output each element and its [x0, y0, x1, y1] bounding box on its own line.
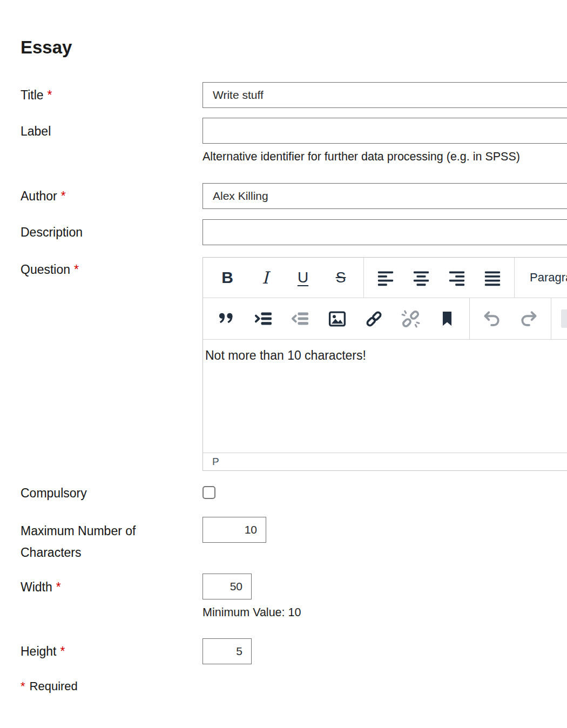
- required-asterisk: *: [61, 189, 66, 203]
- image-icon: [327, 309, 347, 329]
- title-label: Title*: [21, 88, 202, 102]
- required-asterisk: *: [48, 88, 52, 102]
- page-title: Essay: [21, 0, 567, 57]
- anchor-button[interactable]: [429, 302, 465, 335]
- undo-button[interactable]: [474, 302, 510, 335]
- toolbar-row-2: [203, 298, 567, 339]
- height-input[interactable]: [202, 638, 252, 664]
- align-justify-button[interactable]: [475, 261, 510, 294]
- insert-image-button[interactable]: [319, 302, 355, 335]
- description-label: Description: [21, 225, 202, 239]
- link-icon: [364, 309, 383, 328]
- strikethrough-icon: S: [336, 269, 346, 286]
- bold-button[interactable]: B: [208, 261, 246, 294]
- editor-statusbar: P: [203, 453, 567, 470]
- height-label: Height*: [21, 644, 202, 658]
- author-row: Author*: [21, 183, 567, 209]
- outdent-icon: [291, 309, 310, 328]
- title-row: Title*: [21, 82, 567, 108]
- required-asterisk: *: [21, 679, 25, 693]
- strikethrough-button[interactable]: S: [322, 261, 360, 294]
- compulsory-row: Compulsory: [21, 486, 567, 500]
- label-label: Label: [21, 118, 202, 138]
- italic-button[interactable]: I: [246, 261, 284, 294]
- required-asterisk: *: [56, 580, 61, 594]
- description-row: Description: [21, 219, 567, 245]
- label-input[interactable]: [202, 118, 567, 144]
- blockquote-icon: [217, 309, 237, 328]
- indent-button[interactable]: [245, 302, 282, 335]
- redo-icon: [519, 309, 538, 328]
- italic-icon: I: [262, 268, 268, 287]
- outdent-button[interactable]: [282, 302, 319, 335]
- undo-icon: [482, 309, 502, 328]
- redo-button[interactable]: [510, 302, 547, 335]
- align-left-button[interactable]: [368, 261, 403, 294]
- align-right-icon: [448, 268, 466, 287]
- toolbar-row-1: B I U S: [203, 258, 567, 298]
- insert-link-button[interactable]: [355, 302, 392, 335]
- bold-icon: B: [221, 268, 233, 287]
- question-label: Question*: [21, 257, 202, 277]
- required-asterisk: *: [74, 262, 79, 277]
- max-characters-label: Maximum Number of Characters: [21, 517, 202, 563]
- compulsory-label: Compulsory: [21, 486, 202, 500]
- title-input[interactable]: [202, 82, 567, 108]
- height-row: Height*: [21, 638, 567, 664]
- underline-button[interactable]: U: [284, 261, 322, 294]
- label-helper-text: Alternative identifier for further data …: [202, 150, 567, 163]
- underline-icon: U: [298, 269, 308, 286]
- anchor-icon: [438, 309, 456, 328]
- align-center-button[interactable]: [403, 261, 439, 294]
- element-path-p[interactable]: P: [203, 456, 219, 468]
- author-input[interactable]: [202, 183, 567, 209]
- width-input[interactable]: [202, 574, 252, 599]
- clipped-toolbar-icon: [561, 309, 567, 328]
- essay-question-form: Essay Title* Label Alternative identifie…: [0, 0, 567, 693]
- max-characters-input[interactable]: [202, 517, 266, 543]
- width-helper-text: Minimum Value: 10: [202, 606, 567, 619]
- compulsory-checkbox[interactable]: [202, 486, 215, 499]
- description-input[interactable]: [202, 219, 567, 245]
- align-left-icon: [376, 268, 395, 287]
- blockquote-button[interactable]: [208, 302, 245, 335]
- indent-icon: [254, 309, 273, 328]
- width-label: Width*: [21, 574, 202, 594]
- question-editor-content[interactable]: Not more than 10 characters!: [203, 339, 567, 453]
- required-note: *Required: [21, 679, 567, 693]
- max-characters-row: Maximum Number of Characters: [21, 517, 567, 563]
- required-asterisk: *: [60, 644, 65, 658]
- rich-text-editor: B I U S: [202, 257, 567, 471]
- width-row: Width* Minimum Value: 10: [21, 574, 567, 619]
- paragraph-format-dropdown[interactable]: Paragraph: [515, 258, 567, 298]
- align-justify-icon: [483, 268, 502, 287]
- question-row: Question* B I U S: [21, 257, 567, 471]
- align-right-button[interactable]: [439, 261, 475, 294]
- align-center-icon: [412, 268, 430, 287]
- unlink-icon: [401, 309, 421, 329]
- unlink-button[interactable]: [392, 302, 429, 335]
- author-label: Author*: [21, 189, 202, 203]
- label-row: Label Alternative identifier for further…: [21, 118, 567, 163]
